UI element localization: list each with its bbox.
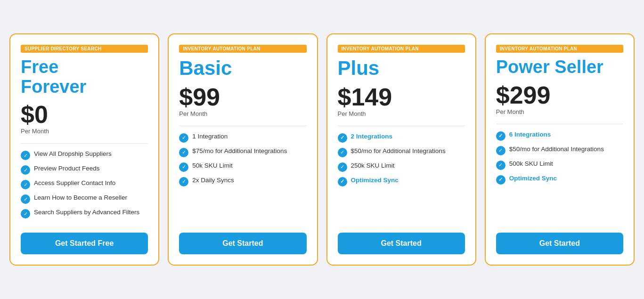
checkmark-icon: ✓ <box>179 133 188 143</box>
feature-text: 2x Daily Syncs <box>192 177 234 184</box>
divider-power-seller <box>496 124 623 124</box>
list-item: ✓2 Integrations <box>338 133 465 143</box>
checkmark-icon: ✓ <box>496 175 505 185</box>
feature-text: Optimized Sync <box>509 175 557 182</box>
per-month-plus: Per Month <box>338 110 465 117</box>
list-item: ✓1 Integration <box>179 133 306 143</box>
badge-free: Supplier Directory Search <box>21 45 148 53</box>
feature-text: $50/mo for Additional Integrations <box>351 147 446 154</box>
checkmark-icon: ✓ <box>21 209 30 218</box>
checkmark-icon: ✓ <box>496 161 505 170</box>
pricing-cards-container: Supplier Directory SearchFreeForever$0Pe… <box>9 33 635 266</box>
feature-text: Learn How to Become a Reseller <box>34 194 127 201</box>
list-item: ✓50k SKU Limit <box>179 162 306 172</box>
price-free: $0 <box>21 102 148 127</box>
checkmark-icon: ✓ <box>179 162 188 172</box>
feature-text: Preview Product Feeds <box>34 165 100 172</box>
badge-power-seller: Inventory Automation Plan <box>496 45 623 53</box>
feature-text: Optimized Sync <box>351 177 399 184</box>
feature-text: $50/mo for Additional Integrations <box>509 145 604 153</box>
checkmark-icon: ✓ <box>338 162 347 172</box>
list-item: ✓Search Suppliers by Advanced Filters <box>21 209 148 218</box>
list-item: ✓Optimized Sync <box>496 175 623 185</box>
per-month-power-seller: Per Month <box>496 108 623 115</box>
list-item: ✓500k SKU Limit <box>496 160 623 170</box>
checkmark-icon: ✓ <box>21 194 30 204</box>
plan-name-basic: Basic <box>179 57 306 79</box>
list-item: ✓$50/mo for Additional Integrations <box>338 147 465 157</box>
checkmark-icon: ✓ <box>21 165 30 175</box>
price-power-seller: $299 <box>496 83 623 107</box>
per-month-free: Per Month <box>21 128 148 135</box>
price-plus: $149 <box>338 85 465 109</box>
feature-text: View All Dropship Suppliers <box>34 150 112 157</box>
cta-button-basic[interactable]: Get Started <box>179 233 306 254</box>
plan-name-plus: Plus <box>338 57 465 79</box>
divider-plus <box>338 126 465 126</box>
checkmark-icon: ✓ <box>179 148 188 157</box>
divider-free <box>21 143 148 144</box>
checkmark-icon: ✓ <box>21 151 30 160</box>
feature-text: 6 Integrations <box>509 131 551 138</box>
cta-button-free[interactable]: Get Started Free <box>21 233 148 254</box>
pricing-card-power-seller: Inventory Automation PlanPower Seller$29… <box>485 33 635 266</box>
price-basic: $99 <box>179 85 306 109</box>
divider-basic <box>179 126 306 126</box>
feature-list-plus: ✓2 Integrations✓$50/mo for Additional In… <box>338 133 465 223</box>
feature-text: $75/mo for Additional Integrations <box>192 147 287 154</box>
pricing-card-plus: Inventory Automation PlanPlus$149Per Mon… <box>326 33 476 266</box>
checkmark-icon: ✓ <box>338 133 347 143</box>
plan-name-free: FreeForever <box>21 57 148 97</box>
pricing-card-free: Supplier Directory SearchFreeForever$0Pe… <box>9 33 159 266</box>
checkmark-icon: ✓ <box>338 148 347 157</box>
feature-list-free: ✓View All Dropship Suppliers✓Preview Pro… <box>21 150 148 223</box>
feature-list-power-seller: ✓6 Integrations✓$50/mo for Additional In… <box>496 131 623 224</box>
checkmark-icon: ✓ <box>338 177 347 186</box>
feature-text: 50k SKU Limit <box>192 162 233 169</box>
feature-text: 1 Integration <box>192 133 228 140</box>
list-item: ✓$75/mo for Additional Integrations <box>179 147 306 157</box>
checkmark-icon: ✓ <box>179 177 188 186</box>
feature-text: Access Supplier Contact Info <box>34 179 115 186</box>
list-item: ✓Learn How to Become a Reseller <box>21 194 148 204</box>
list-item: ✓Preview Product Feeds <box>21 165 148 175</box>
plan-name-power-seller: Power Seller <box>496 57 623 77</box>
list-item: ✓Optimized Sync <box>338 177 465 186</box>
checkmark-icon: ✓ <box>496 146 505 155</box>
list-item: ✓2x Daily Syncs <box>179 177 306 186</box>
checkmark-icon: ✓ <box>21 180 30 189</box>
list-item: ✓$50/mo for Additional Integrations <box>496 145 623 155</box>
cta-button-power-seller[interactable]: Get Started <box>496 233 623 254</box>
per-month-basic: Per Month <box>179 110 306 117</box>
list-item: ✓250k SKU Limit <box>338 162 465 172</box>
feature-text: Search Suppliers by Advanced Filters <box>34 209 139 216</box>
list-item: ✓View All Dropship Suppliers <box>21 150 148 160</box>
feature-text: 2 Integrations <box>351 133 393 140</box>
list-item: ✓6 Integrations <box>496 131 623 141</box>
list-item: ✓Access Supplier Contact Info <box>21 179 148 189</box>
pricing-card-basic: Inventory Automation PlanBasic$99Per Mon… <box>168 33 318 266</box>
cta-button-plus[interactable]: Get Started <box>338 233 465 254</box>
badge-basic: Inventory Automation Plan <box>179 45 306 53</box>
checkmark-icon: ✓ <box>496 131 505 141</box>
feature-list-basic: ✓1 Integration✓$75/mo for Additional Int… <box>179 133 306 223</box>
badge-plus: Inventory Automation Plan <box>338 45 465 53</box>
feature-text: 250k SKU Limit <box>351 162 395 169</box>
feature-text: 500k SKU Limit <box>509 160 553 167</box>
